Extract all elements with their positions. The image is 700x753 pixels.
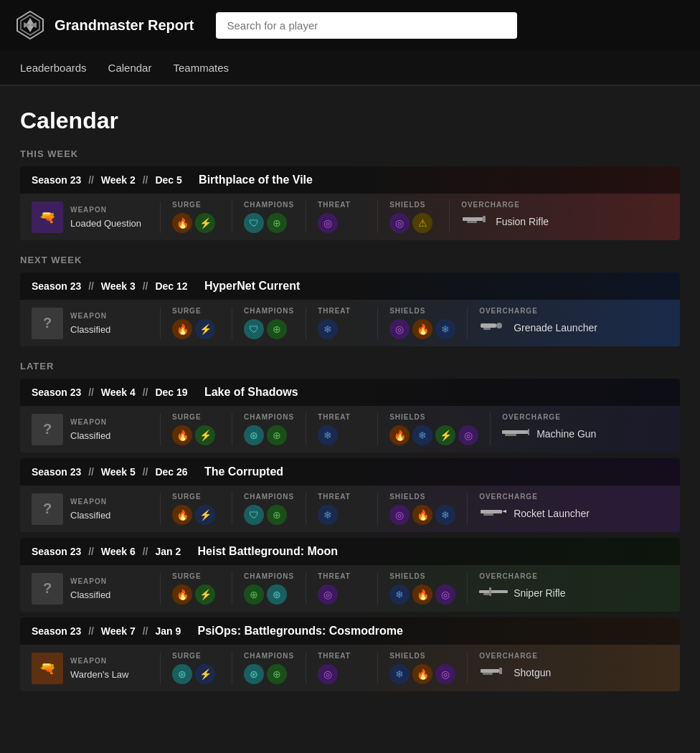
svg-rect-13: [483, 513, 493, 516]
solar-icon: 🔥: [389, 425, 410, 445]
svg-rect-16: [483, 593, 491, 595]
threat-icons: ◎: [318, 213, 366, 233]
weapon-label: WEAPON: [70, 498, 110, 506]
threat-icons: ❄: [318, 319, 366, 339]
arc-icon: ⚡: [195, 319, 215, 339]
week-header: Season 23 // Week 5 // Dec 26 The Corrup…: [20, 458, 680, 486]
shields-icons: 🔥❄⚡◎: [389, 425, 478, 445]
overcharge-content: Shotgun: [479, 664, 600, 681]
svg-rect-19: [483, 673, 493, 675]
overcharge-col: OVERCHARGE Grenade Launcher: [468, 307, 611, 339]
surge-icons: 🔥⚡: [172, 319, 220, 339]
arc-g-icon: ⚡: [195, 584, 215, 605]
threat-label: THREAT: [318, 493, 366, 501]
threat-col: THREAT ❄: [306, 307, 378, 339]
surge-label: SURGE: [172, 652, 220, 660]
strand-icon: ⊛: [244, 425, 264, 445]
shields-col: SHIELDS ◎⚠: [378, 201, 450, 233]
section-label-1: NEXT WEEK: [20, 255, 680, 265]
overcharge-col: OVERCHARGE Rocket Launcher: [468, 493, 611, 525]
weapon-thumb: ?: [32, 493, 63, 525]
shields-label: SHIELDS: [389, 201, 438, 209]
data-section: SURGE 🔥⚡ CHAMPIONS 🛡⊕ THREAT ❄ SHIELDS ◎…: [161, 307, 668, 339]
sep1: //: [88, 625, 94, 637]
nav-leaderboards[interactable]: Leaderboards: [20, 59, 87, 77]
surge-icons: 🔥⚡: [172, 213, 220, 233]
strike-name-header: Lake of Shadows: [204, 386, 298, 398]
svg-rect-2: [463, 217, 483, 221]
overcharge-label: OVERCHARGE: [502, 413, 623, 421]
overload-icon: ⊕: [267, 425, 287, 445]
surge-icons: 🔥⚡: [172, 505, 220, 525]
week-body: ? WEAPON Classified SURGE 🔥⚡ CHAMPIONS 🛡…: [20, 486, 680, 532]
shields-label: SHIELDS: [389, 572, 455, 580]
shields-label: SHIELDS: [389, 652, 455, 660]
threat-col: THREAT ◎: [306, 572, 378, 605]
weapon-col: ? WEAPON Classified: [32, 493, 161, 525]
search-input[interactable]: [216, 12, 517, 39]
svg-rect-3: [483, 216, 486, 222]
stasis-icon: ❄: [318, 505, 338, 525]
solar-icon: 🔥: [172, 425, 192, 445]
overcharge-label: OVERCHARGE: [479, 652, 600, 660]
date-label: Dec 5: [155, 174, 181, 186]
strike-name-header: The Corrupted: [204, 465, 283, 478]
champions-icons: 🛡⊕: [244, 213, 294, 233]
shields-icons: ❄🔥◎: [389, 664, 455, 684]
strand-icon: ⊛: [267, 584, 287, 605]
champions-icons: ⊛⊕: [244, 425, 294, 445]
svg-rect-4: [467, 221, 477, 223]
svg-rect-11: [481, 510, 502, 513]
threat-col: THREAT ◎: [306, 652, 378, 684]
overcharge-weapon-icon: [502, 425, 531, 442]
week-card-0-0: Season 23 // Week 2 // Dec 5 Birthplace …: [20, 166, 680, 240]
threat-label: THREAT: [318, 413, 366, 421]
shields-icons: ◎🔥❄: [389, 319, 455, 339]
nav-calendar[interactable]: Calendar: [108, 59, 152, 77]
threat-label: THREAT: [318, 307, 366, 315]
shields-label: SHIELDS: [389, 307, 455, 315]
overcharge-weapon-icon: [479, 505, 508, 522]
season-label: Season 23: [32, 546, 81, 557]
shields-col: SHIELDS ◎🔥❄: [378, 307, 468, 339]
data-section: SURGE 🔥⚡ CHAMPIONS 🛡⊕ THREAT ❄ SHIELDS ◎…: [161, 493, 668, 525]
solar-icon: 🔥: [172, 584, 192, 605]
svg-rect-7: [483, 328, 491, 330]
week-header: Season 23 // Week 6 // Jan 2 Heist Battl…: [20, 538, 680, 565]
weapon-label: WEAPON: [70, 418, 110, 426]
data-section: SURGE 🔥⚡ CHAMPIONS 🛡⊕ THREAT ◎ SHIELDS ◎…: [161, 201, 668, 233]
season-label: Season 23: [32, 625, 81, 637]
sep1: //: [88, 546, 94, 557]
week-header: Season 23 // Week 7 // Jan 9 PsiOps: Bat…: [20, 617, 680, 645]
surge-col: SURGE 🔥⚡: [161, 493, 232, 525]
overcharge-weapon-name: Machine Gun: [536, 428, 596, 440]
overcharge-col: OVERCHARGE Sniper Rifle: [468, 572, 611, 605]
threat-icons: ◎: [318, 584, 366, 605]
champions-label: CHAMPIONS: [244, 572, 294, 580]
section-label-2: LATER: [20, 361, 680, 371]
weapon-name: Classified: [70, 510, 110, 521]
champions-col: CHAMPIONS ⊛⊕: [232, 413, 306, 445]
sep1: //: [88, 174, 94, 186]
sep2: //: [143, 466, 148, 478]
season-label: Season 23: [32, 466, 81, 478]
overcharge-content: Sniper Rifle: [479, 584, 600, 602]
date-label: Jan 2: [155, 546, 181, 557]
week-header: Season 23 // Week 2 // Dec 5 Birthplace …: [20, 166, 680, 194]
strike-name-header: Heist Battleground: Moon: [198, 545, 339, 557]
sep1: //: [88, 387, 94, 398]
weapon-name: Loaded Question: [70, 218, 141, 229]
threat-col: THREAT ◎: [306, 201, 378, 233]
void-icon: ◎: [389, 505, 410, 525]
barrier-icon: 🛡: [244, 505, 264, 525]
overload-icon: ⊕: [267, 319, 287, 339]
overload-icon: ⊕: [267, 505, 287, 525]
svg-rect-5: [481, 323, 496, 328]
date-label: Jan 9: [155, 625, 181, 637]
weapon-info: WEAPON Classified: [70, 577, 110, 600]
section-0: THIS WEEK Season 23 // Week 2 // Dec 5 B…: [20, 148, 680, 240]
shields-icons: ◎⚠: [389, 213, 438, 233]
overcharge-weapon-icon: [461, 213, 490, 230]
nav-teammates[interactable]: Teammates: [173, 59, 229, 77]
overcharge-weapon-icon: [479, 584, 508, 602]
